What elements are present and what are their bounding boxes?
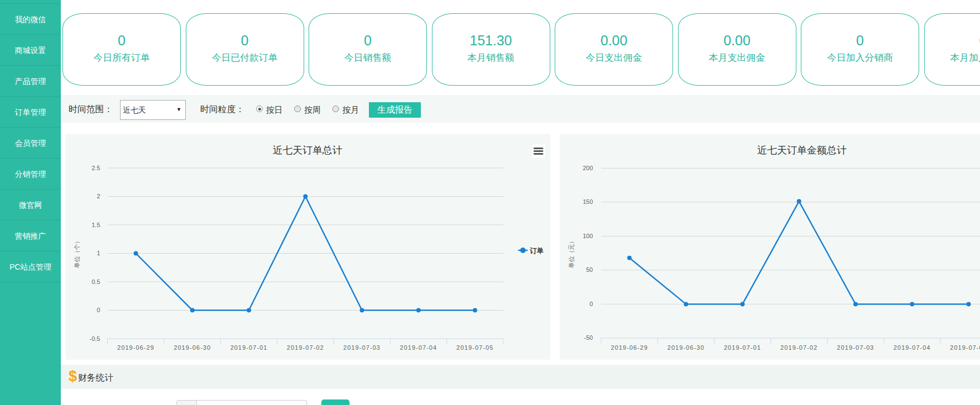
svg-text:近七天订单总计: 近七天订单总计 <box>273 145 342 156</box>
svg-text:0: 0 <box>590 301 593 307</box>
svg-text:2019-07-04: 2019-07-04 <box>894 344 931 351</box>
svg-text:2: 2 <box>97 193 100 199</box>
svg-text:2019-06-29: 2019-06-29 <box>117 344 154 351</box>
svg-text:2019-07-02: 2019-07-02 <box>287 344 324 351</box>
svg-text:2019-06-30: 2019-06-30 <box>174 344 211 351</box>
svg-text:1: 1 <box>97 250 100 256</box>
svg-text:2019-06-30: 2019-06-30 <box>668 344 705 351</box>
svg-text:50: 50 <box>586 266 593 273</box>
svg-text:单位（个）: 单位（个） <box>74 238 80 269</box>
svg-text:2019-07-05: 2019-07-05 <box>950 344 980 351</box>
svg-text:100: 100 <box>583 233 593 239</box>
svg-text:2019-07-05: 2019-07-05 <box>456 344 493 351</box>
svg-text:-0.5: -0.5 <box>90 335 100 342</box>
svg-text:2019-07-03: 2019-07-03 <box>837 344 874 351</box>
svg-text:150: 150 <box>583 198 593 205</box>
svg-text:0: 0 <box>97 307 100 313</box>
svg-text:单位（元）: 单位（元） <box>568 238 575 269</box>
svg-text:近七天订单金额总计: 近七天订单金额总计 <box>757 145 847 156</box>
svg-text:200: 200 <box>583 165 593 171</box>
svg-text:2019-07-02: 2019-07-02 <box>780 344 817 351</box>
svg-text:-50: -50 <box>584 334 593 341</box>
svg-text:2019-07-01: 2019-07-01 <box>230 344 267 351</box>
svg-text:2019-07-03: 2019-07-03 <box>343 344 380 351</box>
svg-text:2019-07-04: 2019-07-04 <box>400 344 437 351</box>
svg-text:2019-07-01: 2019-07-01 <box>724 344 761 351</box>
svg-text:0.5: 0.5 <box>92 278 100 285</box>
svg-text:2.5: 2.5 <box>92 165 100 171</box>
svg-text:1.5: 1.5 <box>92 222 100 228</box>
svg-text:订单: 订单 <box>529 247 544 255</box>
svg-text:2019-06-29: 2019-06-29 <box>611 344 648 351</box>
